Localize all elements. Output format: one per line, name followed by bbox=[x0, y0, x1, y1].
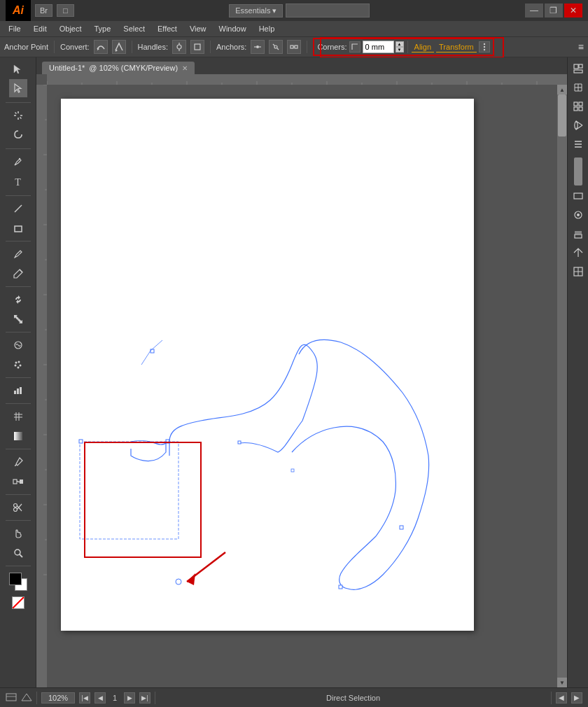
convert-corner-icon[interactable] bbox=[112, 40, 126, 54]
minimize-button[interactable]: — bbox=[525, 4, 543, 18]
page-number: 1 bbox=[110, 694, 120, 702]
svg-rect-35 bbox=[17, 388, 19, 394]
nav-last[interactable]: ▶| bbox=[139, 692, 150, 704]
foreground-swatch[interactable] bbox=[9, 573, 22, 585]
rect-tool[interactable] bbox=[9, 219, 27, 237]
corners-label: Corners: bbox=[317, 43, 346, 51]
close-button[interactable]: ✕ bbox=[564, 4, 582, 18]
right-btn-4[interactable] bbox=[570, 117, 587, 134]
status-sep1 bbox=[36, 692, 37, 704]
line-tool[interactable] bbox=[9, 200, 27, 218]
status-arrow-left[interactable]: ◀ bbox=[556, 692, 567, 704]
canvas-wrapper: ▲ ▼ bbox=[47, 85, 567, 687]
rotate-tool[interactable] bbox=[9, 290, 27, 309]
right-btn-3[interactable] bbox=[570, 98, 587, 115]
selection-tool[interactable] bbox=[9, 60, 27, 78]
tab-title: Untitled-1* bbox=[49, 64, 85, 72]
svg-line-22 bbox=[15, 113, 16, 114]
more-options-icon[interactable] bbox=[479, 41, 490, 52]
menu-effect[interactable]: Effect bbox=[152, 23, 183, 34]
menu-object[interactable]: Object bbox=[54, 23, 88, 34]
menu-window[interactable]: Window bbox=[214, 23, 252, 34]
scale-tool[interactable] bbox=[9, 310, 27, 328]
anchors-icon2[interactable] bbox=[269, 40, 283, 54]
transform-button[interactable]: Transform bbox=[436, 42, 477, 52]
anchors-icon1[interactable] bbox=[251, 40, 265, 54]
pencil-tool[interactable] bbox=[9, 265, 27, 283]
scroll-track[interactable] bbox=[557, 94, 567, 678]
status-arrow-right[interactable]: ▶ bbox=[571, 692, 582, 704]
tab-close-button[interactable]: ✕ bbox=[182, 64, 188, 72]
browser-tab[interactable]: Br bbox=[35, 4, 52, 17]
anchors-icon3[interactable] bbox=[287, 40, 301, 54]
menu-help[interactable]: Help bbox=[253, 23, 281, 34]
hand-tool[interactable] bbox=[9, 524, 27, 542]
scroll-up[interactable]: ▲ bbox=[557, 85, 567, 94]
nav-prev[interactable]: ◀ bbox=[94, 692, 106, 704]
align-button[interactable]: Align bbox=[412, 42, 434, 52]
status-icon1[interactable] bbox=[6, 693, 17, 703]
right-btn-6[interactable] bbox=[570, 188, 587, 204]
svg-rect-50 bbox=[47, 74, 567, 85]
menu-select[interactable]: Select bbox=[118, 23, 150, 34]
corners-down[interactable]: ▼ bbox=[396, 47, 404, 52]
tool-sep12 bbox=[6, 566, 31, 566]
menu-type[interactable]: Type bbox=[89, 23, 117, 34]
warp-tool[interactable] bbox=[9, 336, 27, 354]
nav-first[interactable]: |◀ bbox=[79, 692, 90, 704]
column-graph-tool[interactable] bbox=[9, 382, 27, 400]
right-btn-2[interactable] bbox=[570, 79, 587, 96]
svg-rect-94 bbox=[291, 469, 294, 472]
restore-button[interactable]: ❐ bbox=[545, 4, 563, 18]
svg-point-2 bbox=[177, 45, 181, 49]
magic-wand-tool[interactable] bbox=[9, 106, 27, 125]
fg-bg-swatches bbox=[9, 573, 27, 591]
none-swatch[interactable] bbox=[12, 596, 24, 609]
corners-input[interactable]: 0 mm bbox=[363, 41, 394, 53]
scissors-tool[interactable] bbox=[9, 498, 27, 517]
zoom-tool[interactable] bbox=[9, 544, 27, 562]
window-controls: — ❐ ✕ bbox=[525, 4, 582, 18]
eyedropper-tool[interactable] bbox=[9, 453, 27, 471]
options-flyout[interactable]: ≡ bbox=[578, 41, 584, 52]
right-btn-7[interactable] bbox=[570, 206, 587, 223]
right-btn-5[interactable] bbox=[570, 136, 587, 153]
paintbrush-tool[interactable] bbox=[9, 245, 27, 263]
convert-smooth-icon[interactable] bbox=[94, 40, 108, 54]
scroll-thumb[interactable] bbox=[558, 94, 566, 136]
menu-view[interactable]: View bbox=[184, 23, 212, 34]
type-tool[interactable]: T bbox=[9, 174, 27, 192]
symbol-sprayer-tool[interactable] bbox=[9, 356, 27, 374]
vertical-scrollbar[interactable]: ▲ ▼ bbox=[557, 85, 567, 687]
status-text: Direct Selection bbox=[160, 694, 547, 702]
corners-up[interactable]: ▲ bbox=[396, 41, 404, 47]
nav-next[interactable]: ▶ bbox=[124, 692, 135, 704]
svg-rect-114 bbox=[6, 694, 16, 701]
scroll-down[interactable]: ▼ bbox=[557, 678, 567, 687]
sep5 bbox=[407, 41, 408, 53]
corners-icon[interactable] bbox=[349, 41, 360, 52]
lasso-tool[interactable] bbox=[9, 125, 27, 144]
zoom-level[interactable]: 102% bbox=[41, 692, 75, 704]
svg-rect-110 bbox=[575, 234, 582, 238]
menu-edit[interactable]: Edit bbox=[28, 23, 52, 34]
workspace-switcher[interactable]: Essentials ▾ bbox=[229, 4, 283, 18]
mesh-tool[interactable] bbox=[9, 407, 27, 426]
right-btn-8[interactable] bbox=[570, 225, 587, 242]
direct-selection-tool[interactable] bbox=[9, 79, 27, 97]
pen-tool[interactable] bbox=[9, 153, 27, 171]
handles-icon2[interactable] bbox=[190, 40, 204, 54]
status-icon2[interactable] bbox=[21, 693, 32, 703]
right-btn-10[interactable] bbox=[570, 263, 587, 280]
gradient-tool[interactable] bbox=[9, 427, 27, 445]
ai-logo: Ai bbox=[6, 0, 31, 21]
right-btn-1[interactable] bbox=[570, 60, 587, 77]
blend-tool[interactable] bbox=[9, 472, 27, 491]
search-input[interactable] bbox=[286, 4, 370, 18]
handles-icon1[interactable] bbox=[172, 40, 186, 54]
document-tab[interactable]: Untitled-1* @ 102% (CMYK/Preview) ✕ bbox=[42, 62, 195, 74]
right-btn-9[interactable] bbox=[570, 244, 587, 261]
view-toggle[interactable]: □ bbox=[57, 4, 74, 17]
svg-rect-88 bbox=[238, 441, 241, 444]
menu-file[interactable]: File bbox=[3, 23, 27, 34]
